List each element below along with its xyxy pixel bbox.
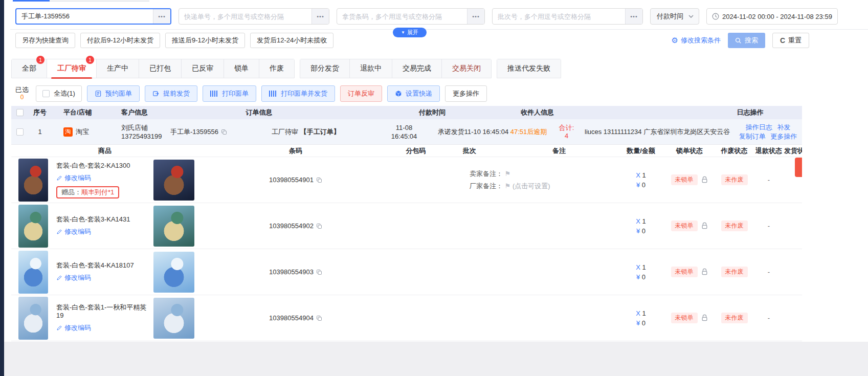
pickup-barcode-more-button[interactable]: ••• [467, 9, 484, 24]
filter-row-1: ••• ••• ••• ••• 付款时间 2024-11-02 00:00 - … [15, 8, 838, 25]
log-link-复制订单[interactable]: 复制订单 [739, 132, 766, 140]
customer-cell: 刘氏店铺 13725493199 [119, 123, 170, 141]
col-customer: 客户信息 [119, 108, 170, 117]
toolbar-button-订单反审[interactable]: 订单反审 [340, 85, 382, 102]
gear-icon: ⚙ [671, 36, 678, 45]
product-image[interactable] [18, 297, 48, 340]
log-link-补发[interactable]: 补发 [777, 123, 790, 131]
tab-交易完成[interactable]: 交易完成 [392, 59, 442, 78]
side-floater-tab[interactable] [795, 158, 802, 177]
select-all-checkbox[interactable] [42, 90, 50, 97]
copy-icon[interactable] [316, 269, 322, 275]
pickup-barcode-input-group: ••• [337, 8, 485, 25]
search-icon [735, 37, 742, 44]
edit-code-label: 修改编码 [64, 227, 91, 236]
order-index: 1 [29, 128, 51, 136]
col-log-actions: 日志操作 [698, 108, 802, 117]
product-image[interactable] [18, 159, 48, 202]
toolbar-button-打印面单并发货[interactable]: 打印面单并发货 [261, 85, 335, 102]
tab-部分发货[interactable]: 部分发货 [300, 59, 350, 78]
reset-button[interactable]: C 重置 [772, 33, 809, 48]
flag-icon[interactable]: ⚑ [505, 182, 511, 190]
lock-icon[interactable] [701, 314, 708, 322]
toolbar-button-设置快递[interactable]: 设置快递 [387, 85, 440, 102]
search-actions: ⚙ 修改搜索条件 搜索 C 重置 [671, 33, 809, 48]
remarks-cell: 卖家备注： ⚑厂家备注： ⚑ (点击可设置) [439, 168, 618, 192]
log-link-更多操作[interactable]: 更多操作 [770, 132, 797, 140]
time-field-select[interactable]: 付款时间 [650, 8, 699, 25]
copy-icon[interactable] [316, 177, 322, 183]
quick-filter-button-1[interactable]: 付款后9-12小时未发货 [80, 33, 160, 48]
toolbar-button-label: 打印面单 [222, 89, 249, 98]
edit-code-link[interactable]: 修改编码 [56, 173, 91, 183]
subcol-goods: 商品 [11, 146, 198, 156]
toolbar-button-预约面单[interactable]: 预约面单 [87, 85, 140, 102]
batch-no-input-group: ••• [492, 8, 643, 25]
tab-全部[interactable]: 全部1 [12, 59, 47, 78]
search-button[interactable]: 搜索 [728, 33, 765, 48]
tab-作废[interactable]: 作废 [259, 59, 294, 78]
modify-search-link[interactable]: ⚙ 修改搜索条件 [671, 36, 720, 45]
product-image[interactable] [18, 205, 48, 248]
product-image-secondary[interactable] [153, 298, 194, 339]
toolbar-button-打印面单[interactable]: 打印面单 [203, 85, 256, 102]
amount-value: 0 [642, 227, 646, 235]
pickup-barcode-input[interactable] [337, 9, 467, 24]
time-range-picker[interactable]: 2024-11-02 00:00 - 2024-11-08 23:59 [706, 8, 838, 25]
amount-value: 0 [642, 319, 646, 327]
log-link-操作日志[interactable]: 操作日志 [746, 123, 772, 131]
tab-交易关闭[interactable]: 交易关闭 [442, 59, 491, 78]
product-image-secondary[interactable] [153, 252, 194, 293]
pencil-icon [56, 325, 62, 331]
tab-label: 全部 [22, 64, 36, 73]
product-image[interactable] [18, 251, 48, 294]
toolbar-button-提前发货[interactable]: 提前发货 [145, 85, 197, 102]
total-label: 合计: [552, 124, 581, 132]
order-no-input[interactable] [16, 9, 153, 24]
document-icon [95, 90, 102, 97]
edit-code-link[interactable]: 修改编码 [56, 227, 91, 236]
select-all-control[interactable]: 全选(1) [36, 85, 82, 102]
tab-label: 已打包 [149, 64, 171, 73]
gift-label: 赠品： [61, 188, 81, 196]
lock-icon[interactable] [701, 176, 708, 184]
batch-no-more-button[interactable]: ••• [625, 9, 642, 24]
expand-button[interactable]: ▼ 展开 [393, 28, 427, 37]
batch-no-input[interactable] [493, 9, 625, 24]
toolbar-button-更多操作[interactable]: 更多操作 [445, 85, 487, 102]
tab-工厂待审[interactable]: 工厂待审1 [47, 59, 97, 78]
toolbar-button-label: 更多操作 [453, 89, 479, 98]
product-row: 套装-白色-套装2-KA1300修改编码赠品：顺丰到付*110398055490… [11, 157, 802, 203]
order-no-more-button[interactable]: ••• [153, 9, 170, 24]
product-image-secondary[interactable] [153, 160, 194, 201]
tab-已反审[interactable]: 已反审 [182, 59, 224, 78]
flag-icon[interactable]: ⚑ [505, 170, 511, 178]
toolbar-button-label: 订单反审 [348, 89, 374, 98]
factory-remark-hint: (点击可设置) [513, 182, 550, 190]
quick-filter-button-2[interactable]: 推送后9-12小时未发货 [165, 33, 245, 48]
tab-生产中[interactable]: 生产中 [97, 59, 139, 78]
tab-已打包[interactable]: 已打包 [139, 59, 182, 78]
lock-icon[interactable] [701, 268, 708, 276]
edit-code-link[interactable]: 修改编码 [56, 273, 91, 282]
express-no-more-button[interactable]: ••• [311, 9, 329, 24]
select-all-label: 全选(1) [54, 89, 75, 98]
copy-icon[interactable] [221, 129, 227, 135]
express-no-input[interactable] [179, 9, 311, 24]
status-tabs: 全部1工厂待审1生产中已打包已反审锁单作废部分发货退款中交易完成交易关闭推送代发… [11, 59, 561, 78]
tab-锁单[interactable]: 锁单 [224, 59, 259, 78]
tab-推送代发失败[interactable]: 推送代发失败 [497, 59, 561, 78]
copy-icon[interactable] [316, 223, 322, 229]
tab-退款中[interactable]: 退款中 [350, 59, 392, 78]
order-checkbox[interactable] [16, 128, 24, 136]
product-image-secondary[interactable] [153, 206, 194, 247]
edit-code-label: 修改编码 [64, 273, 91, 282]
edit-code-link[interactable]: 修改编码 [56, 323, 91, 333]
lock-icon[interactable] [701, 222, 708, 230]
edit-code-label: 修改编码 [64, 323, 91, 333]
copy-icon[interactable] [316, 315, 322, 321]
amount-label: ¥ [636, 227, 640, 235]
quick-filter-button-0[interactable]: 另存为快捷查询 [15, 33, 75, 48]
quick-filter-button-3[interactable]: 发货后12-24小时未揽收 [250, 33, 333, 48]
header-checkbox[interactable] [16, 109, 24, 116]
